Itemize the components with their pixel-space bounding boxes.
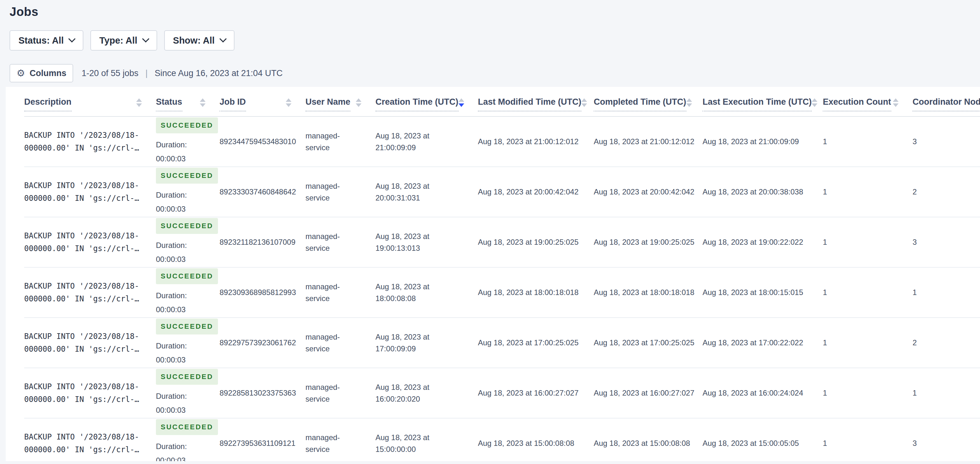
show-filter-dropdown[interactable]: Show: All [164, 30, 234, 51]
last-execution-time-cell: Aug 18, 2023 at 16:00:24:024 [703, 387, 823, 399]
table-row[interactable]: BACKUP INTO '/2023/08/18- 000000.00' IN … [24, 418, 980, 461]
duration-value: 00:00:03 [156, 403, 210, 417]
job-description-link[interactable]: BACKUP INTO '/2023/08/18- 000000.00' IN … [24, 129, 156, 154]
type-filter-dropdown[interactable]: Type: All [91, 30, 157, 51]
creation-time-cell: Aug 18, 2023 at 17:00:09:09 [375, 331, 478, 354]
duration-value: 00:00:03 [156, 353, 210, 367]
table-row[interactable]: BACKUP INTO '/2023/08/18- 000000.00' IN … [24, 217, 980, 268]
column-header-completed-time[interactable]: Completed Time (UTC) [594, 97, 703, 112]
last-modified-time-cell: Aug 18, 2023 at 15:00:08:08 [478, 437, 594, 449]
user-name-cell: managed-service [305, 281, 375, 304]
job-id-cell: 892344759453483010 [220, 136, 305, 147]
status-filter-dropdown[interactable]: Status: All [10, 30, 83, 51]
column-header-last-execution-time[interactable]: Last Execution Time (UTC) [703, 97, 823, 112]
table-row[interactable]: BACKUP INTO '/2023/08/18- 000000.00' IN … [24, 117, 980, 167]
type-filter-label: Type: All [99, 35, 137, 46]
last-execution-time-cell: Aug 18, 2023 at 21:00:09:09 [703, 136, 823, 147]
sort-down-icon [812, 104, 818, 107]
job-status-cell: SUCCEEDED Duration: 00:00:03 [156, 218, 220, 266]
column-header-label: Execution Count [823, 97, 891, 112]
column-header-creation-time[interactable]: Creation Time (UTC) [375, 97, 478, 112]
last-modified-time-cell: Aug 18, 2023 at 16:00:27:027 [478, 387, 594, 399]
column-header-execution-count[interactable]: Execution Count [823, 97, 913, 112]
sort-up-icon [458, 98, 464, 102]
job-description-line2: 000000.00' IN 'gs://crl-… [24, 194, 139, 203]
column-header-description[interactable]: Description [24, 97, 156, 112]
columns-button[interactable]: ⚙ Columns [10, 64, 73, 83]
completed-time-cell: Aug 18, 2023 at 21:00:12:012 [594, 136, 703, 147]
duration-label: Duration: [156, 238, 210, 252]
column-header-last-modified-time[interactable]: Last Modified Time (UTC) [478, 97, 594, 112]
execution-count-cell: 1 [823, 286, 913, 298]
last-execution-time-cell: Aug 18, 2023 at 17:00:22:022 [703, 337, 823, 349]
coordinator-node-cell: 1 [913, 387, 980, 399]
sort-up-icon [356, 98, 361, 102]
job-description-line1: BACKUP INTO '/2023/08/18- [24, 131, 139, 140]
jobs-table: Description Status Job ID User Name Crea… [6, 87, 980, 461]
job-description-line2: 000000.00' IN 'gs://crl-… [24, 395, 139, 404]
column-header-job-id[interactable]: Job ID [220, 97, 305, 112]
job-description-link[interactable]: BACKUP INTO '/2023/08/18- 000000.00' IN … [24, 179, 156, 205]
job-description-link[interactable]: BACKUP INTO '/2023/08/18- 000000.00' IN … [24, 280, 156, 305]
user-name-cell: managed-service [305, 180, 375, 204]
completed-time-cell: Aug 18, 2023 at 19:00:25:025 [594, 236, 703, 248]
creation-time-cell: Aug 18, 2023 at 19:00:13:013 [375, 230, 478, 254]
coordinator-node-cell: 1 [913, 286, 980, 298]
sort-arrows-icon [581, 98, 587, 107]
status-badge: SUCCEEDED [156, 319, 218, 335]
last-execution-time-cell: Aug 18, 2023 at 19:00:22:022 [703, 236, 823, 248]
columns-button-label: Columns [30, 69, 67, 78]
job-description-line1: BACKUP INTO '/2023/08/18- [24, 231, 139, 240]
user-name-cell: managed-service [305, 381, 375, 405]
job-status-cell: SUCCEEDED Duration: 00:00:03 [156, 168, 220, 216]
table-row[interactable]: BACKUP INTO '/2023/08/18- 000000.00' IN … [24, 268, 980, 318]
column-header-coordinator-node[interactable]: Coordinator Node [913, 97, 980, 112]
table-row[interactable]: BACKUP INTO '/2023/08/18- 000000.00' IN … [24, 318, 980, 368]
status-badge: SUCCEEDED [156, 268, 218, 284]
sort-up-icon [200, 98, 205, 102]
coordinator-node-cell: 3 [913, 136, 980, 147]
last-modified-time-cell: Aug 18, 2023 at 20:00:42:042 [478, 186, 594, 198]
last-execution-time-cell: Aug 18, 2023 at 15:00:05:05 [703, 437, 823, 449]
coordinator-node-cell: 2 [913, 337, 980, 349]
sort-arrows-icon [458, 98, 464, 107]
job-description-line2: 000000.00' IN 'gs://crl-… [24, 294, 139, 303]
status-filter-label: Status: All [19, 35, 64, 46]
execution-count-cell: 1 [823, 387, 913, 399]
table-row[interactable]: BACKUP INTO '/2023/08/18- 000000.00' IN … [24, 368, 980, 418]
execution-count-cell: 1 [823, 136, 913, 147]
column-header-status[interactable]: Status [156, 97, 220, 112]
table-header-row: Description Status Job ID User Name Crea… [24, 87, 980, 117]
sort-arrows-icon [893, 98, 899, 107]
column-header-user-name[interactable]: User Name [305, 97, 375, 112]
sort-up-icon [286, 98, 291, 102]
result-count: 1-20 of 55 jobs [81, 69, 138, 78]
column-header-label: Status [156, 97, 182, 112]
job-description-line1: BACKUP INTO '/2023/08/18- [24, 181, 139, 190]
column-header-label: User Name [305, 97, 350, 112]
job-description-link[interactable]: BACKUP INTO '/2023/08/18- 000000.00' IN … [24, 230, 156, 255]
completed-time-cell: Aug 18, 2023 at 18:00:18:018 [594, 286, 703, 298]
job-description-link[interactable]: BACKUP INTO '/2023/08/18- 000000.00' IN … [24, 330, 156, 356]
duration-label: Duration: [156, 138, 210, 152]
user-name-cell: managed-service [305, 331, 375, 354]
job-id-cell: 892297573923061762 [220, 337, 305, 349]
job-id-cell: 892321182136107009 [220, 236, 305, 248]
job-status-cell: SUCCEEDED Duration: 00:00:03 [156, 268, 220, 317]
table-row[interactable]: BACKUP INTO '/2023/08/18- 000000.00' IN … [24, 167, 980, 217]
column-header-label: Last Modified Time (UTC) [478, 97, 581, 112]
toolbar-separator: | [145, 69, 148, 78]
column-header-label: Completed Time (UTC) [594, 97, 686, 112]
duration-value: 00:00:03 [156, 152, 210, 166]
job-id-cell: 892333037460848642 [220, 186, 305, 198]
job-description-link[interactable]: BACKUP INTO '/2023/08/18- 000000.00' IN … [24, 380, 156, 406]
column-header-label: Coordinator Node [913, 97, 980, 112]
job-description-line1: BACKUP INTO '/2023/08/18- [24, 282, 139, 290]
last-modified-time-cell: Aug 18, 2023 at 21:00:12:012 [478, 136, 594, 147]
completed-time-cell: Aug 18, 2023 at 15:00:08:08 [594, 437, 703, 449]
column-header-label: Description [24, 97, 72, 112]
sort-down-icon [200, 104, 205, 107]
execution-count-cell: 1 [823, 437, 913, 449]
sort-up-icon [812, 98, 818, 102]
job-description-link[interactable]: BACKUP INTO '/2023/08/18- 000000.00' IN … [24, 431, 156, 456]
